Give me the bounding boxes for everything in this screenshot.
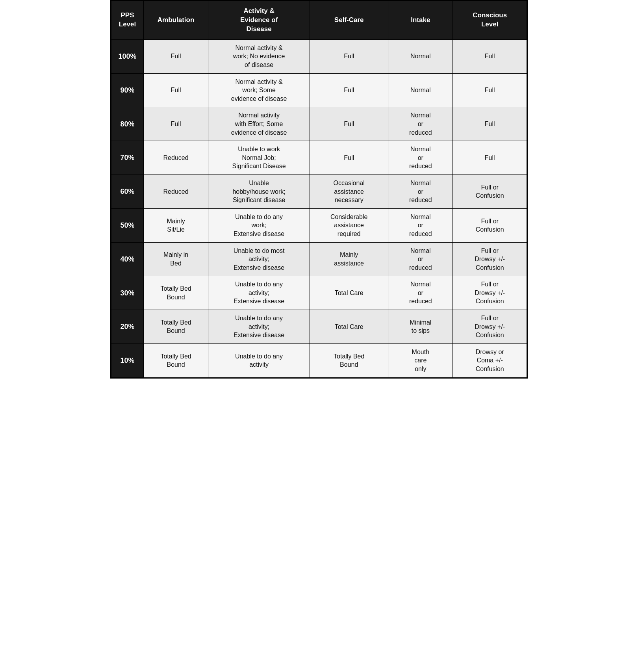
header-conscious: Conscious Level [453, 1, 527, 40]
ambulation-cell: Totally Bed Bound [144, 276, 208, 310]
activity-cell: Normal activity with Effort; Some eviden… [208, 107, 310, 141]
conscious-cell: Full or Drowsy +/- Confusion [453, 276, 527, 310]
activity-cell: Normal activity & work; Some evidence of… [208, 73, 310, 107]
pps-level-cell: 50% [111, 208, 144, 242]
table-row: 100%FullNormal activity & work; No evide… [111, 39, 527, 73]
intake-cell: Normal or reduced [388, 107, 453, 141]
conscious-cell: Full or Drowsy +/- Confusion [453, 242, 527, 276]
conscious-cell: Full or Confusion [453, 174, 527, 208]
table-row: 60%ReducedUnable hobby/house work; Signi… [111, 174, 527, 208]
ambulation-cell: Totally Bed Bound [144, 343, 208, 377]
intake-cell: Minimal to sips [388, 310, 453, 344]
activity-cell: Unable to do any activity; Extensive dis… [208, 310, 310, 344]
selfcare-cell: Total Care [310, 276, 388, 310]
selfcare-cell: Occasional assistance necessary [310, 174, 388, 208]
activity-cell: Normal activity & work; No evidence of d… [208, 39, 310, 73]
conscious-cell: Full or Confusion [453, 208, 527, 242]
intake-cell: Mouth care only [388, 343, 453, 377]
intake-cell: Normal [388, 73, 453, 107]
activity-cell: Unable to do any activity [208, 343, 310, 377]
activity-cell: Unable to do any activity; Extensive dis… [208, 276, 310, 310]
ambulation-cell: Totally Bed Bound [144, 310, 208, 344]
ambulation-cell: Full [144, 73, 208, 107]
selfcare-cell: Mainly assistance [310, 242, 388, 276]
conscious-cell: Full or Drowsy +/- Confusion [453, 310, 527, 344]
pps-table-wrapper: PPS Level Ambulation Activity & Evidence… [110, 0, 528, 379]
table-row: 40%Mainly in BedUnable to do most activi… [111, 242, 527, 276]
selfcare-cell: Totally Bed Bound [310, 343, 388, 377]
selfcare-cell: Considerable assistance required [310, 208, 388, 242]
selfcare-cell: Total Care [310, 310, 388, 344]
ambulation-cell: Mainly in Bed [144, 242, 208, 276]
selfcare-cell: Full [310, 141, 388, 175]
conscious-cell: Full [453, 141, 527, 175]
pps-level-cell: 100% [111, 39, 144, 73]
ambulation-cell: Full [144, 39, 208, 73]
ambulation-cell: Reduced [144, 141, 208, 175]
header-activity: Activity & Evidence of Disease [208, 1, 310, 40]
header-intake: Intake [388, 1, 453, 40]
conscious-cell: Full [453, 73, 527, 107]
header-row: PPS Level Ambulation Activity & Evidence… [111, 1, 527, 40]
table-row: 80%FullNormal activity with Effort; Some… [111, 107, 527, 141]
selfcare-cell: Full [310, 73, 388, 107]
conscious-cell: Drowsy or Coma +/- Confusion [453, 343, 527, 377]
pps-level-cell: 10% [111, 343, 144, 377]
conscious-cell: Full [453, 39, 527, 73]
intake-cell: Normal or reduced [388, 141, 453, 175]
table-row: 50%Mainly Sit/LieUnable to do any work; … [111, 208, 527, 242]
intake-cell: Normal or reduced [388, 208, 453, 242]
pps-level-cell: 60% [111, 174, 144, 208]
activity-cell: Unable to work Normal Job; Significant D… [208, 141, 310, 175]
header-pps: PPS Level [111, 1, 144, 40]
selfcare-cell: Full [310, 39, 388, 73]
pps-table: PPS Level Ambulation Activity & Evidence… [111, 1, 527, 378]
intake-cell: Normal or reduced [388, 276, 453, 310]
intake-cell: Normal [388, 39, 453, 73]
intake-cell: Normal or reduced [388, 174, 453, 208]
header-ambulation: Ambulation [144, 1, 208, 40]
pps-level-cell: 80% [111, 107, 144, 141]
ambulation-cell: Mainly Sit/Lie [144, 208, 208, 242]
pps-level-cell: 90% [111, 73, 144, 107]
header-selfcare: Self-Care [310, 1, 388, 40]
ambulation-cell: Reduced [144, 174, 208, 208]
pps-level-cell: 70% [111, 141, 144, 175]
table-row: 10%Totally Bed BoundUnable to do any act… [111, 343, 527, 377]
activity-cell: Unable to do any work; Extensive disease [208, 208, 310, 242]
ambulation-cell: Full [144, 107, 208, 141]
pps-level-cell: 40% [111, 242, 144, 276]
table-row: 20%Totally Bed BoundUnable to do any act… [111, 310, 527, 344]
table-row: 30%Totally Bed BoundUnable to do any act… [111, 276, 527, 310]
pps-level-cell: 30% [111, 276, 144, 310]
activity-cell: Unable hobby/house work; Significant dis… [208, 174, 310, 208]
table-row: 70%ReducedUnable to work Normal Job; Sig… [111, 141, 527, 175]
table-row: 90%FullNormal activity & work; Some evid… [111, 73, 527, 107]
pps-level-cell: 20% [111, 310, 144, 344]
selfcare-cell: Full [310, 107, 388, 141]
conscious-cell: Full [453, 107, 527, 141]
intake-cell: Normal or reduced [388, 242, 453, 276]
activity-cell: Unable to do most activity; Extensive di… [208, 242, 310, 276]
